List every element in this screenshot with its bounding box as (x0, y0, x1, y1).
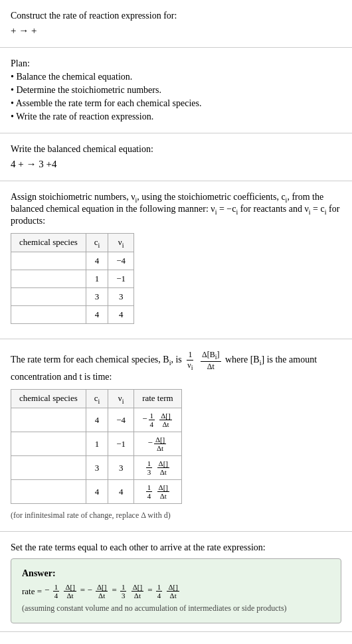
table-row: 4 −4 (11, 252, 134, 270)
ci-4: 4 (86, 306, 108, 324)
rt-nu-1: −4 (108, 408, 134, 432)
table-row: 4 4 (11, 306, 134, 324)
plan-step-4: • Write the rate of reaction expression. (11, 112, 341, 122)
col-header-species2: chemical species (11, 389, 86, 408)
species-4 (11, 306, 86, 324)
table-row: 4 4 1 4 Δ[] Δt (11, 480, 182, 504)
stoichio-text: Assign stoichiometric numbers, νi, using… (11, 192, 341, 226)
species-2 (11, 270, 86, 288)
answer-label: Answer: (22, 568, 330, 579)
set-equal-text: Set the rate terms equal to each other t… (11, 542, 341, 553)
footnote-delta: (for infinitesimal rate of change, repla… (11, 511, 341, 521)
rate-term-section: The rate term for each chemical species,… (0, 339, 352, 532)
rate-term-2: = − Δ[] Δt (80, 583, 110, 600)
species-1 (11, 252, 86, 270)
rt-species-2 (11, 432, 86, 456)
answer-footnote: (assuming constant volume and no accumul… (22, 604, 330, 613)
col-header-nui2: νi (108, 389, 134, 408)
col-header-species: chemical species (11, 233, 86, 252)
header-title: Construct the rate of reaction expressio… (11, 11, 341, 21)
plan-section: Plan: • Balance the chemical equation. •… (0, 48, 352, 133)
rt-ci-3: 3 (86, 456, 108, 480)
answer-section: Set the rate terms equal to each other t… (0, 532, 352, 632)
nu-4: 4 (108, 306, 134, 324)
rt-term-3: 1 3 Δ[] Δt (134, 456, 182, 480)
rate-term-4: = 1 4 Δ[] Δt (147, 583, 181, 600)
col-header-nui: νi (108, 233, 134, 252)
rt-nu-2: −1 (108, 432, 134, 456)
balanced-section: Write the balanced chemical equation: 4 … (0, 133, 352, 181)
rate-term-table: chemical species ci νi rate term 4 −4 − … (11, 389, 182, 505)
balanced-label: Write the balanced chemical equation: (11, 144, 341, 155)
rt-ci-1: 4 (86, 408, 108, 432)
rate-term-3: = 1 3 Δ[] Δt (112, 583, 145, 600)
table-row: 1 −1 − Δ[] Δt (11, 432, 182, 456)
col-header-rate-term: rate term (134, 389, 182, 408)
nu-2: −1 (108, 270, 134, 288)
answer-box: Answer: rate = − 1 4 Δ[] Δt = − Δ[] (11, 558, 341, 623)
nu-3: 3 (108, 288, 134, 306)
ci-3: 3 (86, 288, 108, 306)
rate-equation: rate = − 1 4 Δ[] Δt = − Δ[] Δt (22, 583, 330, 600)
rt-species-1 (11, 408, 86, 432)
col-header-ci: ci (86, 233, 108, 252)
plan-step-2: • Determine the stoichiometric numbers. (11, 85, 341, 96)
rt-term-2: − Δ[] Δt (134, 432, 182, 456)
balanced-equation: 4 + → 3 +4 (11, 159, 341, 170)
rate-term-text: The rate term for each chemical species,… (11, 350, 341, 382)
plan-step-3: • Assemble the rate term for each chemic… (11, 98, 341, 109)
rt-term-1: − 1 4 Δ[] Δt (134, 408, 182, 432)
rate-label: rate = (22, 586, 42, 597)
ci-2: 1 (86, 270, 108, 288)
table-row: 3 3 (11, 288, 134, 306)
plan-step-1: • Balance the chemical equation. (11, 72, 341, 82)
rt-nu-3: 3 (108, 456, 134, 480)
species-3 (11, 288, 86, 306)
rt-species-3 (11, 456, 86, 480)
rate-term-1: − 1 4 Δ[] Δt (44, 583, 78, 600)
stoichio-section: Assign stoichiometric numbers, νi, using… (0, 181, 352, 339)
table-row: 4 −4 − 1 4 Δ[] Δt (11, 408, 182, 432)
table-row: 3 3 1 3 Δ[] Δt (11, 456, 182, 480)
plan-label: Plan: (11, 58, 341, 69)
rt-term-4: 1 4 Δ[] Δt (134, 480, 182, 504)
ci-1: 4 (86, 252, 108, 270)
rt-species-4 (11, 480, 86, 504)
table-row: 1 −1 (11, 270, 134, 288)
nu-1: −4 (108, 252, 134, 270)
col-header-ci2: ci (86, 389, 108, 408)
rt-ci-4: 4 (86, 480, 108, 504)
rt-nu-4: 4 (108, 480, 134, 504)
stoichio-table: chemical species ci νi 4 −4 1 −1 3 3 (11, 233, 134, 325)
rt-ci-2: 1 (86, 432, 108, 456)
header-section: Construct the rate of reaction expressio… (0, 0, 352, 48)
header-reaction: + → + (11, 25, 341, 37)
